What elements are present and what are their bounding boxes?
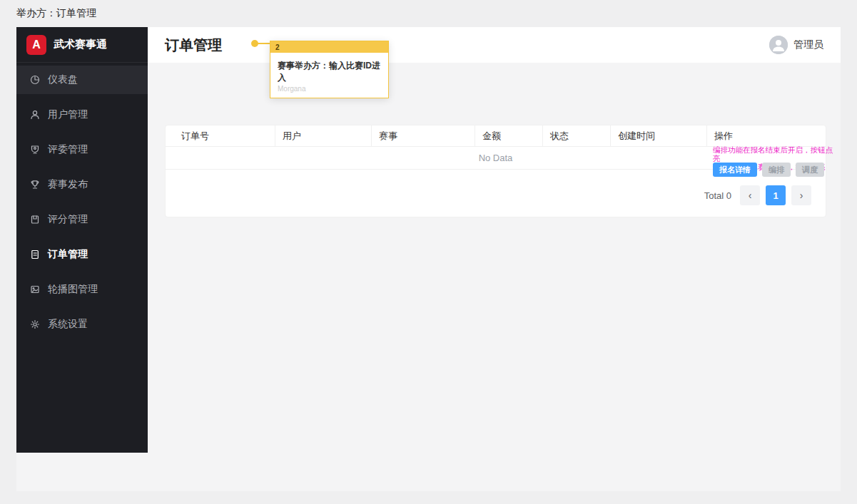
dispatch-button[interactable]: 调度 xyxy=(796,163,824,177)
page-1-button[interactable]: 1 xyxy=(766,185,786,205)
score-icon xyxy=(29,214,41,225)
sidebar: A 武术赛事通 仪表盘 用户管理 评委管理 xyxy=(16,27,148,453)
orders-card: 订单号 用户 赛事 金额 状态 创建时间 操作 No Data 编排功能在报名结… xyxy=(165,125,826,217)
order-icon xyxy=(29,249,41,260)
settings-icon xyxy=(29,319,41,330)
logo-icon: A xyxy=(26,35,46,55)
logo: A 武术赛事通 xyxy=(16,27,148,63)
sidebar-item-events[interactable]: 赛事发布 xyxy=(16,170,148,199)
sidebar-item-label: 用户管理 xyxy=(48,108,88,121)
avatar-icon xyxy=(769,36,788,54)
prev-page-button[interactable]: ‹ xyxy=(740,185,760,205)
judge-icon xyxy=(29,144,41,155)
column-created-at: 创建时间 xyxy=(611,125,707,146)
sidebar-item-label: 评分管理 xyxy=(48,213,88,226)
column-event: 赛事 xyxy=(372,125,475,146)
pagination-total: Total 0 xyxy=(704,190,731,201)
sidebar-item-label: 轮播图管理 xyxy=(48,283,98,296)
sidebar-item-users[interactable]: 用户管理 xyxy=(16,101,148,129)
sidebar-item-orders[interactable]: 订单管理 xyxy=(16,240,148,269)
app-title: 武术赛事通 xyxy=(54,38,107,51)
annotation-text: 赛事举办方：输入比赛ID进入 xyxy=(270,53,388,84)
annotation-watermark: Morgana xyxy=(278,85,305,93)
annotation-tooltip: 2 赛事举办方：输入比赛ID进入 Morgana xyxy=(270,41,389,98)
column-order-no: 订单号 xyxy=(166,125,275,146)
sidebar-item-label: 订单管理 xyxy=(48,248,88,261)
page-title: 订单管理 xyxy=(165,36,222,55)
column-status: 状态 xyxy=(543,125,611,146)
arrange-button[interactable]: 编排 xyxy=(762,163,791,177)
sidebar-item-carousel[interactable]: 轮播图管理 xyxy=(16,275,148,304)
page: { "page": { "top_label": "举办方：订单管理" }, "… xyxy=(0,0,857,504)
annotation-number: 2 xyxy=(270,41,388,53)
column-amount: 金额 xyxy=(475,125,543,146)
user-icon xyxy=(29,109,41,120)
sidebar-menu: 仪表盘 用户管理 评委管理 赛事发布 xyxy=(16,63,148,339)
annotation-connector xyxy=(258,43,270,44)
dashboard-icon xyxy=(29,74,41,86)
sidebar-item-dashboard[interactable]: 仪表盘 xyxy=(16,66,148,94)
action-buttons: 报名详情 编排 调度 xyxy=(713,163,824,177)
sidebar-item-label: 评委管理 xyxy=(48,143,88,156)
sidebar-item-scoring[interactable]: 评分管理 xyxy=(16,205,148,234)
carousel-icon xyxy=(29,284,41,295)
table-header: 订单号 用户 赛事 金额 状态 创建时间 操作 xyxy=(166,125,826,147)
trophy-icon xyxy=(29,179,41,190)
registration-detail-button[interactable]: 报名详情 xyxy=(713,163,757,177)
sidebar-item-settings[interactable]: 系统设置 xyxy=(16,310,148,339)
actions-note-line1: 编排功能在报名结束后开启，按钮点亮 xyxy=(713,145,833,163)
column-actions: 操作 xyxy=(707,125,826,146)
breadcrumb: 举办方：订单管理 xyxy=(16,7,96,20)
sidebar-item-label: 赛事发布 xyxy=(48,178,88,191)
column-user: 用户 xyxy=(275,125,372,146)
app-window: A 武术赛事通 仪表盘 用户管理 评委管理 xyxy=(16,27,841,491)
sidebar-item-judges[interactable]: 评委管理 xyxy=(16,135,148,164)
next-page-button[interactable]: › xyxy=(791,185,811,205)
sidebar-item-label: 仪表盘 xyxy=(48,73,78,86)
user-menu[interactable]: 管理员 xyxy=(769,36,823,54)
pagination: Total 0 ‹ 1 › xyxy=(704,185,811,205)
sidebar-item-label: 系统设置 xyxy=(48,318,88,331)
user-name: 管理员 xyxy=(793,38,823,51)
